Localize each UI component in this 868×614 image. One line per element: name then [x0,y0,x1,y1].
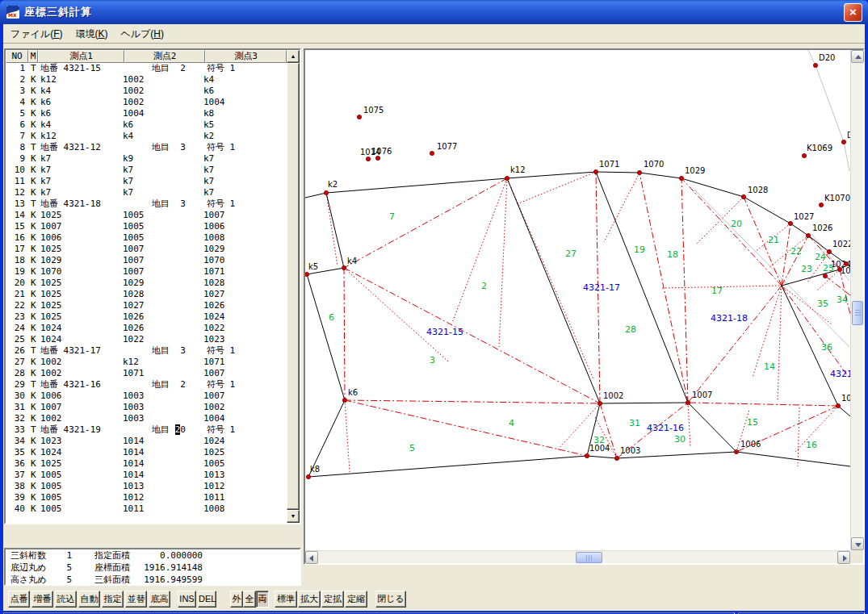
table-row[interactable]: 23K102510261024 [6,311,287,323]
view-toggle-button[interactable]: 外 [230,591,243,608]
menu-item[interactable]: ファイル(F) [5,24,68,43]
view-toggle-button[interactable]: 全 [243,591,256,608]
table-row[interactable]: 21K102510281027 [6,289,287,300]
survey-point[interactable] [802,153,806,157]
table-row[interactable]: 14K102510051007 [6,210,287,221]
scroll-up-icon[interactable] [851,50,864,63]
survey-point[interactable] [788,221,792,225]
table-row[interactable]: 39K100510121011 [6,492,287,503]
toolbar-button[interactable]: 読込 [55,591,77,608]
table-row[interactable]: 9Kk7k9k7 [6,153,287,165]
survey-point[interactable] [806,233,810,237]
close-dialog-button[interactable]: 閉じる [375,591,406,608]
table-row[interactable]: 4Kk610021004 [6,97,287,108]
survey-point[interactable] [827,249,831,253]
survey-point[interactable] [366,157,370,161]
zoom-button[interactable]: 標準 [275,591,297,608]
title-bar[interactable]: MX 座標三斜計算 × [0,0,868,24]
table-row[interactable]: 29T地番 4321-16地目 2符号 1 [6,379,287,391]
table-row[interactable]: 17K102510071029 [6,244,287,255]
survey-point[interactable] [813,63,817,67]
table-scrollbar[interactable]: ▲ ▼ [287,50,300,523]
close-button[interactable]: × [844,3,862,22]
survey-point[interactable] [430,151,434,155]
survey-point[interactable] [741,194,745,198]
table-row[interactable]: 16K100610051008 [6,232,287,244]
scroll-left-icon[interactable] [305,551,318,564]
table-row[interactable]: 30K100610031007 [6,391,287,402]
survey-point[interactable] [505,176,509,180]
toolbar-button[interactable]: INS [178,591,196,608]
toolbar-button[interactable]: 点番 [8,591,30,608]
survey-point[interactable] [819,203,823,207]
menu-item[interactable]: 環境(K) [69,24,113,43]
survey-point[interactable] [585,453,589,457]
survey-point[interactable] [679,176,683,180]
table-row[interactable]: 20K102510291028 [6,278,287,289]
survey-point[interactable] [823,274,827,278]
table-row[interactable]: 32K100210031004 [6,413,287,424]
survey-point[interactable] [598,401,602,405]
table-row[interactable]: 24K102410261022 [6,323,287,334]
table-row[interactable]: 33T地番 4321-19地目 20符号 1 [6,424,287,436]
table-row[interactable]: 5Kk61004k8 [6,108,287,119]
zoom-button[interactable]: 定拡 [321,591,344,608]
table-row[interactable]: 19K107010071071 [6,266,287,278]
toolbar-button[interactable]: DEL [198,591,216,608]
table-row[interactable]: 18K102910071070 [6,255,287,266]
survey-point[interactable] [686,400,690,404]
table-row[interactable]: 3Kk41002k6 [6,86,287,97]
survey-point[interactable] [614,456,619,460]
canvas-hscrollbar[interactable] [305,550,850,563]
table-row[interactable]: 38K100510131012 [6,481,287,492]
survey-point[interactable] [844,261,848,265]
table-row[interactable]: 15K100710051006 [6,221,287,232]
survey-point[interactable] [734,449,738,453]
zoom-button[interactable]: 定縮 [345,591,367,608]
table-row[interactable]: 37K100510141013 [6,470,287,481]
scrollbar-thumb[interactable] [287,63,300,510]
table-row[interactable]: 6Kk4k6k5 [6,119,287,131]
toolbar-button[interactable]: 指定 [102,591,124,608]
table-row[interactable]: 25K102410221023 [6,334,287,345]
table-row[interactable]: 35K102410141025 [6,447,287,458]
table-row[interactable]: 8T地番 4321-12地目 3符号 1 [6,142,287,153]
zoom-button[interactable]: 拡大 [298,591,321,608]
menu-item[interactable]: ヘルプ(H) [115,24,170,43]
table-row[interactable]: 22K102510271026 [6,300,287,311]
table-row[interactable]: 31K100710031002 [6,402,287,413]
table-row[interactable]: 2Kk121002k4 [6,74,287,86]
table-row[interactable]: 1T地番 4321-15地目 2符号 1 [6,63,287,74]
survey-point[interactable] [836,403,840,407]
survey-point[interactable] [375,156,379,160]
survey-point[interactable] [342,265,346,269]
view-toggle-button[interactable]: 両 [256,591,269,608]
table-row[interactable]: 7Kk12k4k2 [6,131,287,142]
canvas-vscrollbar[interactable] [850,50,863,550]
survey-point[interactable] [357,115,361,119]
survey-point[interactable] [841,140,845,144]
toolbar-button[interactable]: 自動 [78,591,100,608]
survey-point[interactable] [342,398,346,402]
toolbar-button[interactable]: 増番 [31,591,53,608]
drawing-canvas[interactable]: 7227634528191820212224232517353436141516… [305,50,850,550]
survey-point[interactable] [593,169,598,173]
vscroll-thumb[interactable] [852,301,863,325]
table-row[interactable]: 40K100510111008 [6,503,287,515]
toolbar-button[interactable]: 並替 [125,591,147,608]
table-row[interactable]: 34K102310141024 [6,436,287,447]
table-row[interactable]: 36K102510141005 [6,458,287,470]
scroll-down-icon[interactable] [851,537,864,550]
table-row[interactable]: 12Kk7k7k7 [6,187,287,198]
table-row[interactable]: 13T地番 4321-18地目 3符号 1 [6,198,287,210]
toolbar-button[interactable]: 底高 [149,591,170,608]
scroll-right-icon[interactable] [837,551,850,564]
table-row[interactable]: 26T地番 4321-17地目 3符号 1 [6,345,287,357]
scroll-up-icon[interactable]: ▲ [287,50,300,63]
survey-point[interactable] [306,474,310,478]
survey-point[interactable] [637,170,641,174]
table-row[interactable]: 28K100210711007 [6,368,287,379]
survey-point[interactable] [305,272,309,276]
scroll-down-icon[interactable]: ▼ [287,510,300,523]
survey-point[interactable] [324,190,328,194]
